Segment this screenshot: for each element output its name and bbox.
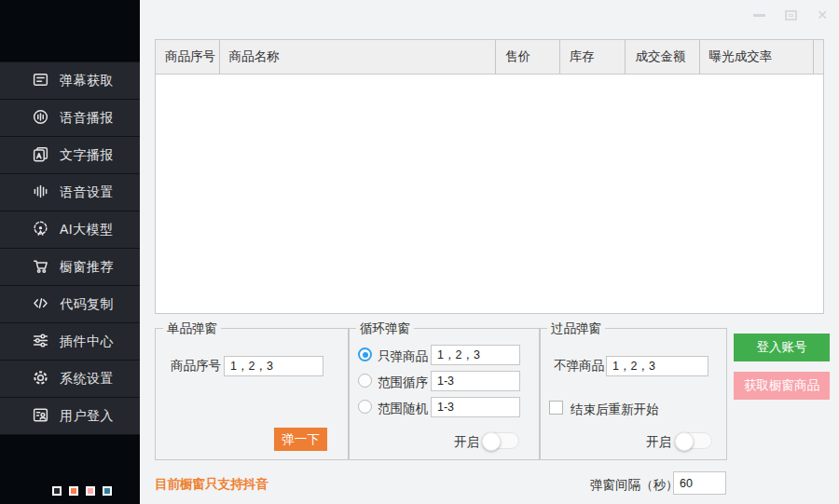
single-popup-group: 单品弹窗 商品序号 弹一下 (155, 328, 350, 460)
sidebar-item-user-login[interactable]: 用户登入 (0, 398, 140, 435)
sidebar: 弹幕获取 语音播报 文字播报 (0, 0, 140, 504)
radio-range-random[interactable] (358, 400, 372, 414)
sidebar-item-ai-model[interactable]: AI大模型 (0, 211, 140, 249)
login-account-button[interactable]: 登入账号 (734, 334, 830, 361)
douyin-notice-text: 目前橱窗只支持抖音 (155, 476, 268, 493)
text-broadcast-icon (32, 145, 49, 166)
pop-once-button[interactable]: 弹一下 (274, 428, 327, 451)
sidebar-item-voice-broadcast[interactable]: 语音播报 (0, 100, 140, 137)
sidebar-item-label: 系统设置 (60, 371, 114, 388)
only-products-input[interactable] (431, 345, 520, 365)
popup-interval-label: 弹窗间隔（秒） (590, 477, 679, 494)
ai-model-icon (32, 220, 49, 240)
sidebar-item-label: 语音播报 (60, 110, 114, 127)
maximize-button[interactable] (781, 6, 800, 24)
sidebar-item-showcase-recommend[interactable]: 橱窗推荐 (0, 249, 140, 286)
col-product-name[interactable]: 商品名称 (220, 40, 497, 74)
product-no-label: 商品序号 (171, 358, 221, 375)
popup-interval-input[interactable] (673, 471, 726, 495)
skip-popup-title: 过品弹窗 (547, 320, 605, 337)
close-icon: ✕ (817, 8, 828, 21)
fetch-showcase-button[interactable]: 获取橱窗商品 (734, 372, 830, 400)
table-header: 商品序号 商品名称 售价 库存 成交金额 曝光成交率 (156, 40, 823, 75)
theme-swatch-pink[interactable] (86, 486, 95, 496)
sidebar-item-label: AI大模型 (60, 222, 114, 238)
loop-popup-title: 循环弹窗 (356, 320, 414, 337)
loop-enable-toggle[interactable] (482, 432, 519, 449)
code-copy-icon (32, 294, 49, 315)
sidebar-item-plugin-center[interactable]: 插件中心 (0, 323, 140, 361)
close-button[interactable]: ✕ (813, 6, 832, 24)
col-product-no[interactable]: 商品序号 (156, 40, 220, 74)
scrollbar-stub (814, 40, 823, 74)
sidebar-item-label: 代码复制 (60, 296, 114, 313)
danmaku-capture-icon (32, 71, 49, 91)
col-deal-amount[interactable]: 成交金额 (626, 40, 699, 74)
product-table: 商品序号 商品名称 售价 库存 成交金额 曝光成交率 (155, 39, 824, 314)
sidebar-item-text-broadcast[interactable]: 文字播报 (0, 137, 140, 174)
no-pop-input[interactable] (606, 356, 708, 376)
showcase-recommend-icon (32, 257, 49, 278)
no-pop-label: 不弹商品 (554, 358, 604, 375)
sidebar-item-label: 文字播报 (60, 147, 114, 164)
radio-range-sequence-label: 范围循序 (378, 375, 428, 391)
col-exposure-rate[interactable]: 曝光成交率 (700, 40, 814, 74)
sidebar-item-label: 插件中心 (60, 334, 114, 350)
skip-enable-toggle[interactable] (675, 432, 712, 449)
theme-swatches (52, 486, 112, 496)
sidebar-item-label: 橱窗推荐 (60, 259, 114, 276)
plugin-center-icon (32, 332, 49, 352)
loop-popup-group: 循环弹窗 只弹商品 范围循序 范围随机 开启 (348, 328, 541, 460)
skip-popup-group: 过品弹窗 不弹商品 结束后重新开始 开启 (539, 328, 727, 460)
sidebar-item-label: 弹幕获取 (60, 73, 114, 89)
radio-only-products-label: 只弹商品 (378, 348, 428, 365)
voice-settings-icon (32, 183, 49, 203)
table-body-empty[interactable] (156, 75, 823, 313)
minimize-icon (753, 14, 765, 17)
user-login-icon (32, 406, 49, 427)
range-random-input[interactable] (431, 397, 520, 417)
sidebar-item-label: 语音设置 (60, 184, 114, 201)
system-settings-icon (32, 369, 49, 389)
sidebar-item-code-copy[interactable]: 代码复制 (0, 286, 140, 323)
window-controls: ✕ (750, 6, 832, 24)
sidebar-item-danmaku-capture[interactable]: 弹幕获取 (0, 62, 140, 100)
product-no-input[interactable] (224, 356, 323, 376)
restart-checkbox-label: 结束后重新开始 (571, 402, 659, 418)
skip-enable-label: 开启 (646, 434, 671, 451)
restart-checkbox[interactable] (549, 401, 563, 415)
voice-broadcast-icon (32, 108, 49, 129)
sidebar-item-system-settings[interactable]: 系统设置 (0, 361, 140, 398)
minimize-button[interactable] (750, 6, 768, 24)
theme-swatch-dark[interactable] (52, 486, 62, 496)
app-window: 弹幕获取 语音播报 文字播报 (0, 0, 839, 504)
range-sequence-input[interactable] (431, 371, 520, 391)
theme-swatch-orange[interactable] (69, 486, 78, 496)
loop-enable-label: 开启 (454, 434, 479, 451)
radio-range-sequence[interactable] (358, 374, 372, 388)
theme-swatch-teal[interactable] (103, 486, 112, 496)
maximize-icon (785, 10, 797, 20)
col-stock[interactable]: 库存 (560, 40, 626, 74)
sidebar-item-voice-settings[interactable]: 语音设置 (0, 174, 140, 211)
single-popup-title: 单品弹窗 (163, 320, 221, 337)
radio-range-random-label: 范围随机 (378, 401, 428, 417)
radio-only-products[interactable] (358, 347, 372, 361)
sidebar-item-label: 用户登入 (60, 408, 114, 425)
col-price[interactable]: 售价 (496, 40, 560, 74)
sidebar-menu: 弹幕获取 语音播报 文字播报 (0, 61, 140, 435)
